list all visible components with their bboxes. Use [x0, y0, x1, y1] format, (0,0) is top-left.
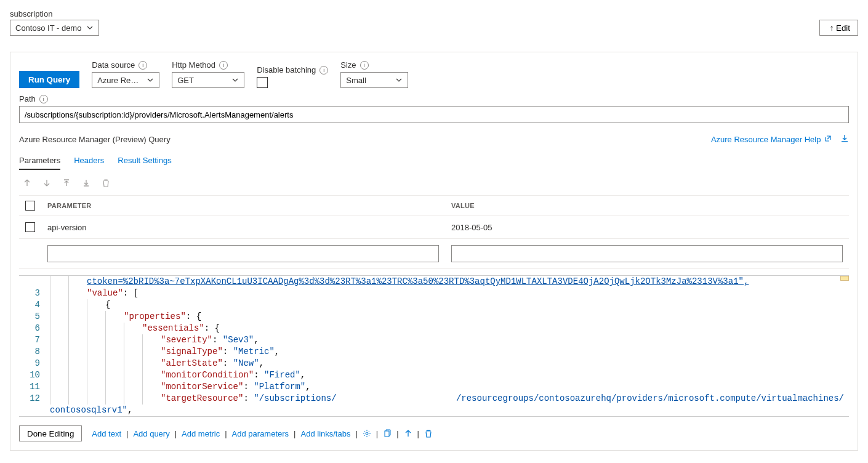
size-label: Size — [340, 60, 356, 70]
row-checkbox[interactable] — [25, 222, 35, 232]
code-line: "properties": { — [124, 311, 849, 323]
http-method-label: Http Method — [172, 60, 215, 70]
minimap-warning-icon — [840, 276, 849, 281]
info-icon[interactable]: i — [319, 66, 328, 74]
param-toolbar — [23, 179, 849, 189]
data-source-dropdown[interactable]: Azure Reso… — [92, 72, 159, 88]
add-links-tabs-link[interactable]: Add links/tabs — [301, 429, 351, 438]
code-line: "severity": "Sev3", — [161, 334, 849, 346]
code-line: "monitorService": "Platform", — [161, 381, 849, 393]
external-link-icon — [824, 135, 832, 144]
http-method-value: GET — [177, 76, 194, 85]
bottom-toolbar: Done Editing Add text | Add query | Add … — [19, 425, 849, 441]
disable-batching-label: Disable batching — [257, 65, 316, 74]
subscription-label: subscription — [10, 9, 99, 18]
column-parameter: PARAMETER — [41, 196, 445, 216]
code-line: "alertState": "New", — [161, 358, 849, 369]
disable-batching-checkbox[interactable] — [257, 77, 268, 88]
new-value-input[interactable] — [451, 245, 843, 262]
data-source-label: Data source — [92, 60, 135, 70]
path-input[interactable] — [19, 106, 849, 123]
line-number: 8 — [19, 346, 50, 358]
code-line: { — [105, 299, 849, 311]
arm-help-label: Azure Resource Manager Help — [711, 135, 821, 144]
line-number: 5 — [19, 311, 50, 323]
line-number: 4 — [19, 299, 50, 311]
json-result-editor[interactable]: ctoken=%2bRID%3a~7eTxpXAKonCL1uU3ICAADgA… — [19, 275, 849, 417]
path-label: Path — [19, 94, 36, 103]
column-value: VALUE — [445, 196, 849, 216]
line-number: 10 — [19, 369, 50, 381]
chevron-down-icon — [395, 76, 403, 84]
chevron-down-icon — [231, 76, 239, 84]
copy-icon[interactable] — [383, 429, 392, 438]
add-metric-link[interactable]: Add metric — [182, 429, 220, 438]
table-row[interactable]: api-version 2018-05-05 — [19, 216, 849, 239]
parameters-table: PARAMETER VALUE api-version 2018-05-05 — [19, 195, 849, 269]
svg-point-0 — [366, 432, 368, 435]
http-method-dropdown[interactable]: GET — [172, 72, 244, 88]
query-panel: Run Query Data source i Azure Reso… Http… — [10, 52, 858, 451]
delete-icon[interactable] — [102, 179, 110, 189]
info-icon[interactable]: i — [39, 95, 48, 103]
info-icon[interactable]: i — [139, 61, 147, 70]
select-all-checkbox[interactable] — [25, 201, 35, 211]
move-to-top-icon[interactable] — [62, 179, 71, 189]
subscription-dropdown[interactable]: Contoso IT - demo — [10, 20, 99, 36]
code-line: "targetResource": "/subscriptions/ /reso… — [161, 393, 849, 405]
edit-button-label: ↑ Edit — [830, 23, 850, 33]
tab-headers[interactable]: Headers — [74, 152, 104, 170]
line-number: 6 — [19, 323, 50, 334]
gear-icon[interactable] — [363, 429, 371, 438]
chevron-down-icon — [86, 24, 94, 31]
line-number: 7 — [19, 334, 50, 346]
cell-value: 2018-05-05 — [445, 216, 849, 239]
code-line: "value": [ — [87, 288, 849, 299]
code-line: "monitorCondition": "Fired", — [161, 369, 849, 381]
line-number: 12 — [19, 393, 50, 405]
delete-icon[interactable] — [424, 429, 433, 438]
line-number: 11 — [19, 381, 50, 393]
done-editing-label: Done Editing — [27, 429, 74, 438]
info-icon[interactable]: i — [360, 61, 369, 70]
cell-parameter: api-version — [41, 216, 445, 239]
line-number: 9 — [19, 358, 50, 369]
svg-rect-1 — [385, 431, 389, 437]
add-parameters-link[interactable]: Add parameters — [232, 429, 289, 438]
move-to-bottom-icon[interactable] — [82, 179, 90, 189]
move-down-icon[interactable] — [42, 179, 51, 189]
size-value: Small — [346, 76, 366, 85]
code-line: "signalType": "Metric", — [161, 346, 849, 358]
run-query-button[interactable]: Run Query — [19, 71, 79, 88]
data-source-value: Azure Reso… — [97, 76, 142, 85]
tab-parameters[interactable]: Parameters — [19, 152, 60, 170]
tabs: Parameters Headers Result Settings — [19, 152, 849, 170]
run-query-label: Run Query — [28, 75, 70, 84]
done-editing-button[interactable]: Done Editing — [19, 425, 82, 441]
new-parameter-input[interactable] — [47, 245, 439, 262]
info-icon[interactable]: i — [219, 61, 228, 70]
code-line: ctoken=%2bRID%3a~7eTxpXAKonCL1uU3ICAADgA… — [87, 276, 849, 288]
size-dropdown[interactable]: Small — [340, 72, 408, 88]
line-number: 3 — [19, 288, 50, 299]
arm-help-link[interactable]: Azure Resource Manager Help — [711, 135, 832, 144]
section-title: Azure Resource Manager (Preview) Query — [19, 135, 171, 144]
move-up-icon[interactable] — [23, 179, 31, 189]
chevron-down-icon — [147, 76, 154, 84]
code-line: contososqlsrv1", — [50, 405, 849, 416]
subscription-value: Contoso IT - demo — [15, 23, 81, 33]
add-query-link[interactable]: Add query — [133, 429, 169, 438]
tab-result-settings[interactable]: Result Settings — [118, 152, 171, 170]
add-text-link[interactable]: Add text — [92, 429, 121, 438]
move-up-icon[interactable] — [404, 429, 412, 438]
table-row-new — [19, 239, 849, 269]
code-line: "essentials": { — [142, 323, 849, 334]
download-icon[interactable] — [840, 134, 849, 145]
line-number — [19, 276, 50, 288]
edit-button[interactable]: ↑ Edit — [819, 20, 858, 36]
